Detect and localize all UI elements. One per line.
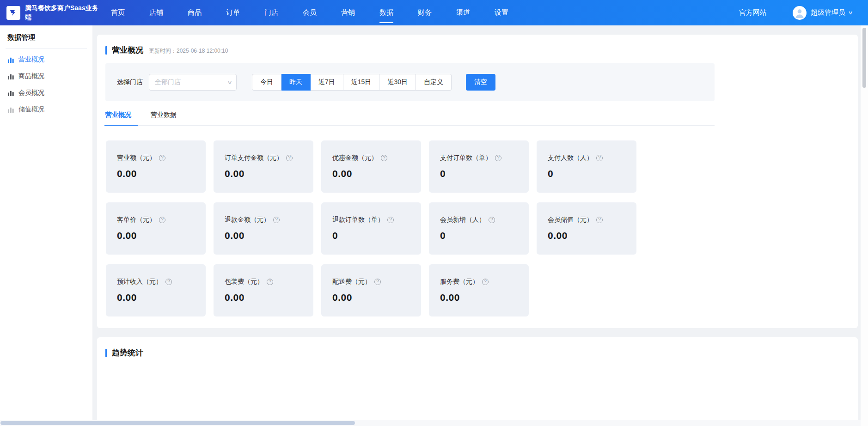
user-avatar-icon[interactable] — [793, 6, 807, 20]
sidebar-item-member-overview[interactable]: 会员概况 — [0, 85, 92, 101]
chevron-down-icon[interactable]: ∨ — [848, 10, 853, 16]
bar-chart-icon — [7, 90, 14, 97]
stat-card: 会员新增（人）?0 — [429, 202, 529, 255]
horizontal-scrollbar-thumb[interactable] — [0, 421, 355, 425]
sidebar-title: 数据管理 — [0, 25, 92, 48]
sidebar-item-label: 会员概况 — [18, 89, 44, 97]
stat-value: 0 — [440, 230, 524, 241]
clear-button[interactable]: 清空 — [466, 74, 495, 91]
page: 腾马餐饮多商户Saas业务端 首页店铺商品订单门店会员营销数据财务渠道设置 官方… — [0, 0, 868, 426]
stat-label-text: 客单价（元） — [117, 216, 156, 224]
stat-label: 营业额（元）? — [117, 154, 201, 162]
sidebar-item-label: 储值概况 — [18, 105, 44, 114]
stat-card: 营业额（元）?0.00 — [106, 140, 206, 193]
question-circle-icon[interactable]: ? — [273, 217, 280, 223]
date-range-last7[interactable]: 近7日 — [311, 74, 343, 91]
stat-card: 客单价（元）?0.00 — [106, 202, 206, 255]
stat-label: 包装费（元）? — [225, 278, 309, 286]
stat-card: 退款金额（元）?0.00 — [214, 202, 313, 255]
stat-label: 订单支付金额（元）? — [225, 154, 309, 162]
store-select-label: 选择门店 — [117, 78, 143, 86]
stat-label-text: 支付人数（人） — [548, 154, 593, 162]
date-range-group: 今日昨天近7日近15日近30日自定义 — [252, 74, 452, 91]
question-circle-icon[interactable]: ? — [286, 155, 293, 161]
stat-label-text: 订单支付金额（元） — [225, 154, 283, 162]
question-circle-icon[interactable]: ? — [596, 217, 603, 223]
date-range-last30[interactable]: 近30日 — [379, 74, 416, 91]
date-range-custom[interactable]: 自定义 — [416, 74, 452, 91]
stat-label-text: 营业额（元） — [117, 154, 156, 162]
section-accent-bar — [105, 46, 107, 55]
nav-item-goods[interactable]: 商品 — [182, 0, 207, 25]
stat-value: 0.00 — [225, 168, 309, 179]
stat-card: 配送费（元）?0.00 — [321, 264, 421, 316]
stat-label-text: 预计收入（元） — [117, 278, 162, 286]
stat-value: 0.00 — [117, 168, 201, 179]
question-circle-icon[interactable]: ? — [387, 217, 394, 223]
stat-label: 退款订单数（单）? — [332, 216, 416, 224]
section-header: 趋势统计 — [97, 337, 858, 358]
section-title: 营业概况 — [112, 45, 143, 55]
tab-business-overview[interactable]: 营业概况 — [105, 111, 131, 125]
stat-value: 0.00 — [440, 292, 524, 303]
sidebar-item-label: 营业概况 — [18, 55, 44, 64]
stat-card: 包装费（元）?0.00 — [214, 264, 313, 316]
overview-tabs: 营业概况营业数据 — [105, 111, 715, 126]
nav-item-shop[interactable]: 店铺 — [144, 0, 169, 25]
nav-item-home[interactable]: 首页 — [105, 0, 130, 25]
question-circle-icon[interactable]: ? — [374, 279, 381, 285]
stat-value: 0 — [332, 230, 416, 241]
username[interactable]: 超级管理员 — [811, 8, 845, 17]
header-right: 官方网站 超级管理员 ∨ — [739, 6, 868, 20]
question-circle-icon[interactable]: ? — [381, 155, 387, 161]
nav-item-data[interactable]: 数据 — [374, 0, 399, 25]
vertical-scrollbar-thumb[interactable] — [862, 28, 866, 88]
stat-value: 0.00 — [117, 230, 201, 241]
question-circle-icon[interactable]: ? — [489, 217, 495, 223]
tab-business-data[interactable]: 营业数据 — [151, 111, 177, 125]
stat-label: 预计收入（元）? — [117, 278, 201, 286]
stat-label: 服务费（元）? — [440, 278, 524, 286]
stat-label: 配送费（元）? — [332, 278, 416, 286]
stat-value: 0.00 — [225, 292, 309, 303]
nav-item-settings[interactable]: 设置 — [489, 0, 514, 25]
question-circle-icon[interactable]: ? — [159, 217, 165, 223]
horizontal-scrollbar[interactable] — [0, 420, 861, 426]
question-circle-icon[interactable]: ? — [165, 279, 172, 285]
stat-card: 支付订单数（单）?0 — [429, 140, 529, 193]
stat-label-text: 支付订单数（单） — [440, 154, 492, 162]
date-range-yesterday[interactable]: 昨天 — [281, 74, 311, 91]
main-nav: 首页店铺商品订单门店会员营销数据财务渠道设置 — [105, 0, 527, 25]
question-circle-icon[interactable]: ? — [596, 155, 603, 161]
question-circle-icon[interactable]: ? — [495, 155, 501, 161]
business-overview-panel: 营业概况 更新时间：2025-06-18 12:00:10 选择门店 全部门店 … — [97, 35, 858, 328]
nav-item-members[interactable]: 会员 — [297, 0, 322, 25]
section-header: 营业概况 更新时间：2025-06-18 12:00:10 — [97, 35, 858, 55]
store-select[interactable]: 全部门店 ∨ — [149, 74, 237, 91]
nav-item-marketing[interactable]: 营销 — [336, 0, 361, 25]
nav-item-channels[interactable]: 渠道 — [451, 0, 476, 25]
stat-value: 0.00 — [225, 230, 309, 241]
vertical-scrollbar[interactable] — [861, 25, 868, 426]
top-header: 腾马餐饮多商户Saas业务端 首页店铺商品订单门店会员营销数据财务渠道设置 官方… — [0, 0, 868, 25]
stat-card: 预计收入（元）?0.00 — [106, 264, 206, 316]
updated-time: 更新时间：2025-06-18 12:00:10 — [149, 46, 228, 55]
stat-label: 支付人数（人）? — [548, 154, 632, 162]
stat-label-text: 会员储值（元） — [548, 216, 593, 224]
sidebar-item-business-overview[interactable]: 营业概况 — [0, 51, 92, 68]
question-circle-icon[interactable]: ? — [267, 279, 273, 285]
stat-label: 支付订单数（单）? — [440, 154, 524, 162]
sidebar-item-goods-overview[interactable]: 商品概况 — [0, 68, 92, 85]
sidebar-item-stored-value-overview[interactable]: 储值概况 — [0, 101, 92, 118]
nav-item-finance[interactable]: 财务 — [412, 0, 437, 25]
question-circle-icon[interactable]: ? — [482, 279, 489, 285]
nav-item-orders[interactable]: 订单 — [220, 0, 245, 25]
app-title: 腾马餐饮多商户Saas业务端 — [25, 4, 103, 22]
bar-chart-icon — [7, 106, 14, 113]
date-range-today[interactable]: 今日 — [252, 74, 281, 91]
question-circle-icon[interactable]: ? — [159, 155, 165, 161]
nav-item-branches[interactable]: 门店 — [259, 0, 284, 25]
date-range-last15[interactable]: 近15日 — [343, 74, 380, 91]
official-site-link[interactable]: 官方网站 — [739, 8, 767, 17]
stat-card: 支付人数（人）?0 — [537, 140, 636, 193]
